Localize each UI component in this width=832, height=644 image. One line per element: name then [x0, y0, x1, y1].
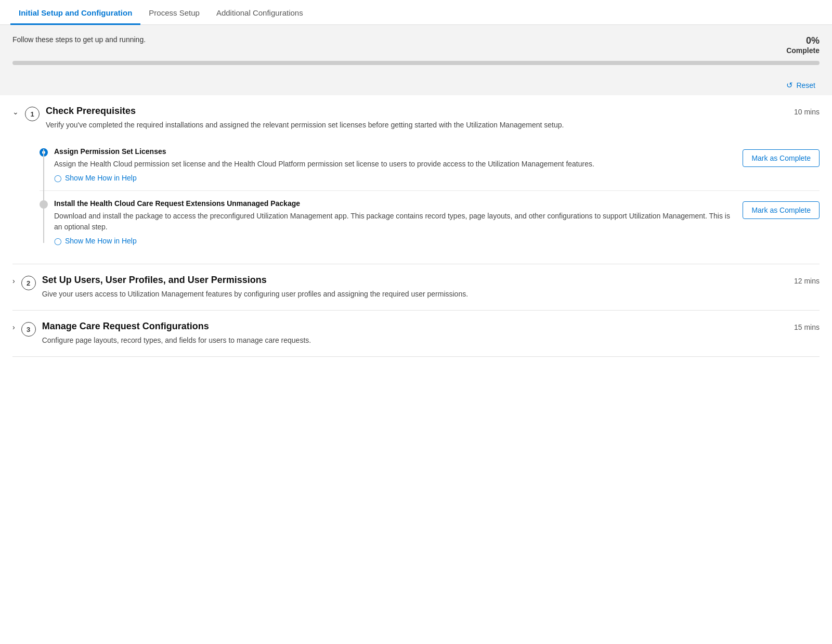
- step-1-1-desc: Assign the Health Cloud permission set l…: [54, 159, 736, 170]
- progress-bar-track: [12, 61, 820, 65]
- reset-button[interactable]: ↺ Reset: [782, 79, 820, 92]
- section-3-title-area: Manage Care Request Configurations Confi…: [42, 321, 788, 346]
- tab-additional-configs[interactable]: Additional Configurations: [208, 0, 311, 25]
- progress-header: Follow these steps to get up and running…: [12, 35, 820, 55]
- section-setup-users: › 2 Set Up Users, User Profiles, and Use…: [12, 264, 820, 311]
- section-3-toggle[interactable]: ›: [12, 323, 15, 331]
- help-icon-2: ◯: [54, 237, 62, 245]
- section-1-desc: Verify you've completed the required ins…: [46, 120, 788, 131]
- section-2-toggle[interactable]: ›: [12, 277, 15, 285]
- step-1-1: Assign Permission Set Licenses Assign th…: [40, 139, 820, 190]
- step-1-1-body: Assign Permission Set Licenses Assign th…: [54, 147, 736, 182]
- progress-percentage-block: 0% Complete: [786, 35, 820, 55]
- progress-description: Follow these steps to get up and running…: [12, 35, 146, 44]
- section-3-desc: Configure page layouts, record types, an…: [42, 335, 788, 346]
- section-1-steps: Assign Permission Set Licenses Assign th…: [40, 139, 820, 253]
- step-1-2-desc: Download and install the package to acce…: [54, 211, 736, 233]
- tab-initial-setup[interactable]: Initial Setup and Configuration: [10, 0, 140, 25]
- mark-complete-button-1-1[interactable]: Mark as Complete: [743, 149, 820, 167]
- section-1-number: 1: [25, 107, 40, 121]
- help-icon-1: ◯: [54, 174, 62, 182]
- progress-complete-label: Complete: [786, 46, 820, 55]
- section-1-toggle[interactable]: ⌄: [12, 108, 19, 116]
- step-1-1-help-link[interactable]: ◯ Show Me How in Help: [54, 174, 736, 182]
- section-3-header: › 3 Manage Care Request Configurations C…: [12, 321, 820, 346]
- step-1-1-link-label: Show Me How in Help: [65, 174, 137, 182]
- section-2-number: 2: [21, 276, 36, 290]
- section-1-time: 10 mins: [794, 108, 820, 116]
- section-2-title-area: Set Up Users, User Profiles, and User Pe…: [42, 275, 788, 300]
- main-content: ⌄ 1 Check Prerequisites Verify you've co…: [0, 95, 832, 357]
- tabs-bar: Initial Setup and Configuration Process …: [0, 0, 832, 25]
- section-check-prerequisites: ⌄ 1 Check Prerequisites Verify you've co…: [12, 95, 820, 264]
- step-1-2-dot: [40, 200, 48, 209]
- section-2-header: › 2 Set Up Users, User Profiles, and Use…: [12, 275, 820, 300]
- reset-label: Reset: [796, 81, 815, 89]
- step-1-1-title: Assign Permission Set Licenses: [54, 147, 736, 156]
- mark-complete-button-1-2[interactable]: Mark as Complete: [743, 201, 820, 219]
- step-1-2-action: Mark as Complete: [743, 201, 820, 219]
- tab-process-setup[interactable]: Process Setup: [140, 0, 208, 25]
- step-1-1-indicator: [40, 148, 48, 157]
- step-1-2-help-link[interactable]: ◯ Show Me How in Help: [54, 237, 736, 245]
- reset-row: ↺ Reset: [0, 73, 832, 95]
- step-1-1-action: Mark as Complete: [743, 149, 820, 167]
- section-1-title-area: Check Prerequisites Verify you've comple…: [46, 106, 788, 131]
- section-1-title: Check Prerequisites: [46, 106, 788, 117]
- step-1-2-body: Install the Health Cloud Care Request Ex…: [54, 199, 736, 245]
- step-1-2-link-label: Show Me How in Help: [65, 237, 137, 245]
- section-2-time: 12 mins: [794, 277, 820, 285]
- step-1-2-title: Install the Health Cloud Care Request Ex…: [54, 199, 736, 208]
- step-1-2: Install the Health Cloud Care Request Ex…: [40, 190, 820, 253]
- progress-area: Follow these steps to get up and running…: [0, 25, 832, 73]
- section-3-number: 3: [21, 322, 36, 337]
- section-3-title: Manage Care Request Configurations: [42, 321, 788, 332]
- step-1-2-indicator: [40, 200, 48, 209]
- step-1-1-dot: [40, 148, 48, 157]
- reset-icon: ↺: [786, 81, 793, 90]
- section-2-title: Set Up Users, User Profiles, and User Pe…: [42, 275, 788, 286]
- section-2-desc: Give your users access to Utilization Ma…: [42, 289, 788, 300]
- progress-percentage-number: 0%: [786, 35, 820, 46]
- section-1-header: ⌄ 1 Check Prerequisites Verify you've co…: [12, 106, 820, 131]
- section-3-time: 15 mins: [794, 323, 820, 331]
- section-manage-care-requests: › 3 Manage Care Request Configurations C…: [12, 311, 820, 357]
